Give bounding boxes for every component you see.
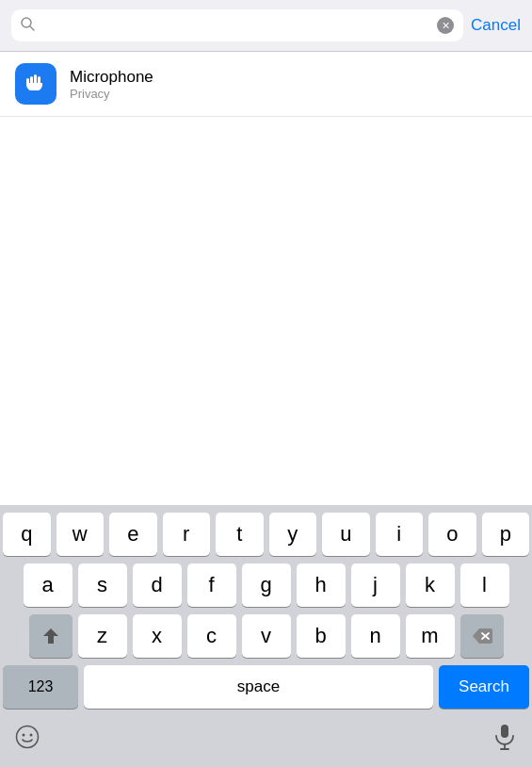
key-x[interactable]: x <box>133 614 182 658</box>
result-icon <box>15 63 56 105</box>
key-a[interactable]: a <box>24 563 73 607</box>
delete-key[interactable] <box>460 614 504 658</box>
key-t[interactable]: t <box>216 513 264 556</box>
bottom-spacer <box>55 716 477 758</box>
keyboard: q w e r t y u i o p a s d f g h j k l z … <box>0 505 532 767</box>
key-c[interactable]: c <box>187 614 236 658</box>
results-area: Microphone Privacy <box>0 52 532 117</box>
key-p[interactable]: p <box>482 513 530 556</box>
svg-point-9 <box>23 734 25 737</box>
result-title: Microphone <box>70 68 153 87</box>
keyboard-row-3: z x c v b n m <box>3 614 529 658</box>
microphone-button[interactable] <box>483 716 526 758</box>
svg-line-1 <box>30 26 34 30</box>
key-r[interactable]: r <box>163 513 211 556</box>
key-u[interactable]: u <box>322 513 370 556</box>
numbers-key[interactable]: 123 <box>3 665 78 709</box>
key-y[interactable]: y <box>269 513 317 556</box>
key-z[interactable]: z <box>78 614 127 658</box>
clear-button[interactable]: ✕ <box>437 17 454 34</box>
search-input-wrapper: Microphone ✕ <box>11 9 463 41</box>
key-i[interactable]: i <box>376 513 424 556</box>
key-v[interactable]: v <box>242 614 291 658</box>
search-input[interactable]: Microphone <box>40 16 431 35</box>
result-text-wrap: Microphone Privacy <box>70 68 153 101</box>
svg-point-8 <box>17 726 39 748</box>
key-l[interactable]: l <box>460 563 509 607</box>
key-m[interactable]: m <box>406 614 455 658</box>
cancel-button[interactable]: Cancel <box>471 16 521 35</box>
svg-point-10 <box>30 734 33 737</box>
search-key[interactable]: Search <box>439 665 529 709</box>
key-h[interactable]: h <box>297 563 346 607</box>
key-s[interactable]: s <box>78 563 127 607</box>
svg-rect-11 <box>501 725 508 738</box>
search-icon <box>21 17 35 34</box>
emoji-button[interactable] <box>6 716 49 758</box>
key-e[interactable]: e <box>109 513 157 556</box>
key-k[interactable]: k <box>406 563 455 607</box>
shift-key[interactable] <box>29 614 73 658</box>
key-w[interactable]: w <box>56 513 105 556</box>
keyboard-bottom-row <box>3 716 529 763</box>
key-o[interactable]: o <box>428 513 476 556</box>
space-key[interactable]: space <box>84 665 433 709</box>
key-n[interactable]: n <box>351 614 400 658</box>
key-j[interactable]: j <box>351 563 400 607</box>
keyboard-row-4: 123 space Search <box>3 665 529 709</box>
key-g[interactable]: g <box>242 563 291 607</box>
key-b[interactable]: b <box>297 614 346 658</box>
result-subtitle: Privacy <box>70 87 153 101</box>
search-bar-area: Microphone ✕ Cancel <box>0 0 532 52</box>
result-item[interactable]: Microphone Privacy <box>0 52 532 117</box>
key-q[interactable]: q <box>3 513 51 556</box>
keyboard-row-1: q w e r t y u i o p <box>3 513 529 556</box>
empty-space <box>0 117 532 505</box>
keyboard-row-2: a s d f g h j k l <box>3 563 529 607</box>
key-f[interactable]: f <box>187 563 236 607</box>
key-d[interactable]: d <box>133 563 182 607</box>
